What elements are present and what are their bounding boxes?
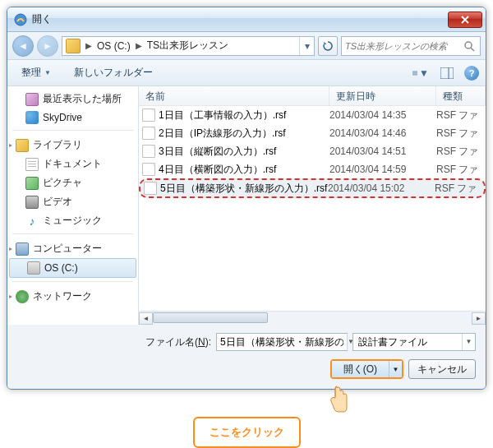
refresh-button[interactable] xyxy=(318,36,338,56)
file-icon xyxy=(142,109,155,122)
open-split-button[interactable]: ▼ xyxy=(389,361,402,377)
recent-icon xyxy=(25,93,39,106)
file-list-pane: 名前 更新日時 種類 1日目（工事情報の入力）.rsf2014/03/04 14… xyxy=(139,86,486,325)
chevron-right-icon: ▶ xyxy=(84,41,94,50)
file-row[interactable]: 4日目（横断図の入力）.rsf2014/03/04 14:59RSF ファ xyxy=(139,160,486,178)
dialog-title: 開く xyxy=(32,12,448,26)
file-row[interactable]: 1日目（工事情報の入力）.rsf2014/03/04 14:35RSF ファ xyxy=(139,106,486,124)
file-row[interactable]: 3日目（縦断図の入力）.rsf2014/03/04 14:51RSF ファ xyxy=(139,142,486,160)
crumb-folder[interactable]: TS出来形レッスン xyxy=(144,37,232,54)
tree-music[interactable]: ♪ミュージック xyxy=(7,211,138,230)
filename-label: ファイル名(N): xyxy=(145,335,211,349)
filename-input[interactable] xyxy=(217,336,347,348)
crumb-drive[interactable]: OS (C:) xyxy=(94,39,134,53)
network-icon xyxy=(16,290,29,303)
column-type[interactable]: 種類 xyxy=(436,86,486,105)
tree-computer[interactable]: コンピューター xyxy=(7,239,138,258)
drive-icon xyxy=(27,261,40,275)
divider xyxy=(12,281,133,282)
chevron-down-icon[interactable]: ▼ xyxy=(462,334,475,350)
search-box[interactable] xyxy=(341,36,481,56)
nav-tree: 最近表示した場所 SkyDrive ライブラリ ドキュメント ピクチャ ビデオ … xyxy=(7,86,139,325)
tree-pictures[interactable]: ピクチャ xyxy=(7,173,138,192)
file-icon xyxy=(142,127,155,140)
library-icon xyxy=(16,139,29,152)
divider xyxy=(12,130,133,131)
back-button[interactable]: ◄ xyxy=(12,35,34,57)
scroll-left-button[interactable]: ◄ xyxy=(139,312,153,325)
chevron-right-icon: ▶ xyxy=(134,41,144,50)
scroll-right-button[interactable]: ► xyxy=(472,312,486,325)
callout-label: ここをクリック xyxy=(193,417,301,448)
close-button[interactable] xyxy=(448,12,482,28)
file-row-selected[interactable]: 5日目（構築形状・新線形の入力）.rsf2014/03/04 15:02RSF … xyxy=(139,178,486,198)
tree-drive-c[interactable]: OS (C:) xyxy=(9,258,136,278)
video-icon xyxy=(25,196,39,209)
tree-network[interactable]: ネットワーク xyxy=(7,287,138,306)
scroll-thumb[interactable] xyxy=(153,312,268,323)
address-bar: ◄ ► ▶ OS (C:) ▶ TS出来形レッスン ▾ xyxy=(7,32,486,60)
svg-rect-6 xyxy=(440,67,454,79)
column-name[interactable]: 名前 xyxy=(139,86,329,105)
search-input[interactable] xyxy=(345,41,463,51)
picture-icon xyxy=(25,177,39,190)
horizontal-scrollbar[interactable]: ◄ ► xyxy=(139,311,486,325)
dialog-footer: ファイル名(N): ▼ 設計書ファイル ▼ 開く(O) ▼ キャンセル xyxy=(7,325,486,389)
svg-rect-4 xyxy=(412,72,417,73)
help-button[interactable]: ? xyxy=(464,66,479,81)
computer-icon xyxy=(16,242,29,256)
filename-combo[interactable]: ▼ xyxy=(216,333,348,351)
tree-recent[interactable]: 最近表示した場所 xyxy=(7,90,138,109)
dialog-body: 最近表示した場所 SkyDrive ライブラリ ドキュメント ピクチャ ビデオ … xyxy=(7,86,486,325)
breadcrumb[interactable]: ▶ OS (C:) ▶ TS出来形レッスン ▾ xyxy=(62,36,315,56)
svg-point-1 xyxy=(465,42,472,48)
cancel-button[interactable]: キャンセル xyxy=(408,359,476,379)
open-dialog: 開く ◄ ► ▶ OS (C:) ▶ TS出来形レッスン ▾ 整理▼ 新しいフォ… xyxy=(7,7,486,390)
toolbar: 整理▼ 新しいフォルダー ▼ ? xyxy=(7,60,486,86)
titlebar: 開く xyxy=(7,7,486,32)
file-list: 1日目（工事情報の入力）.rsf2014/03/04 14:35RSF ファ 2… xyxy=(139,106,486,311)
tree-videos[interactable]: ビデオ xyxy=(7,192,138,211)
app-icon xyxy=(14,13,27,26)
tree-libraries[interactable]: ライブラリ xyxy=(7,136,138,155)
svg-rect-3 xyxy=(412,71,417,72)
chevron-down-icon: ▼ xyxy=(419,67,429,79)
organize-button[interactable]: 整理▼ xyxy=(14,62,58,83)
open-button[interactable]: 開く(O) ▼ xyxy=(330,359,403,379)
file-icon xyxy=(142,163,155,176)
file-row[interactable]: 2日目（IP法線形の入力）.rsf2014/03/04 14:46RSF ファ xyxy=(139,124,486,142)
new-folder-button[interactable]: 新しいフォルダー xyxy=(67,62,160,83)
column-date[interactable]: 更新日時 xyxy=(329,86,436,105)
chevron-down-icon: ▼ xyxy=(44,69,51,76)
file-icon xyxy=(142,145,155,158)
view-button[interactable]: ▼ xyxy=(412,64,430,82)
svg-line-2 xyxy=(471,48,474,51)
preview-pane-button[interactable] xyxy=(438,64,456,82)
music-icon: ♪ xyxy=(25,215,39,228)
folder-icon xyxy=(66,39,81,53)
tree-skydrive[interactable]: SkyDrive xyxy=(7,109,138,127)
scroll-track[interactable] xyxy=(153,312,472,325)
svg-rect-5 xyxy=(412,74,417,75)
column-headers: 名前 更新日時 種類 xyxy=(139,86,486,106)
file-icon xyxy=(144,182,157,195)
filetype-combo[interactable]: 設計書ファイル ▼ xyxy=(352,333,476,351)
breadcrumb-dropdown[interactable]: ▾ xyxy=(299,37,314,55)
tree-documents[interactable]: ドキュメント xyxy=(7,155,138,173)
filetype-value: 設計書ファイル xyxy=(353,335,462,349)
document-icon xyxy=(25,158,39,171)
divider xyxy=(12,233,133,234)
search-icon xyxy=(463,40,475,52)
forward-button[interactable]: ► xyxy=(37,35,58,57)
skydrive-icon xyxy=(25,111,39,124)
